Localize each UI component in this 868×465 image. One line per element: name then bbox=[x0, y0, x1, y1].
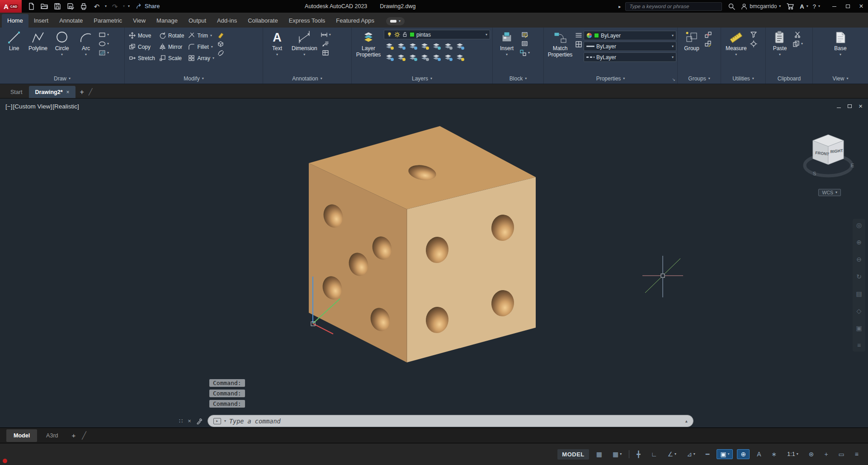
viewport-controls-menu[interactable]: [−] bbox=[5, 103, 12, 110]
help-button[interactable]: ? ▾ bbox=[813, 3, 820, 10]
lineweight-display-button[interactable]: ━ bbox=[703, 450, 712, 459]
nav-menu-icon[interactable]: ≡ bbox=[857, 342, 861, 349]
copy-button[interactable]: Copy bbox=[127, 41, 156, 52]
leader-button[interactable] bbox=[322, 40, 329, 47]
autocad-logo[interactable]: A CAD bbox=[0, 0, 22, 13]
layer-tool-icon[interactable] bbox=[454, 52, 465, 62]
arc-button[interactable]: Arc ▾ bbox=[75, 30, 97, 57]
viewport-view-menu[interactable]: [Custom View] bbox=[13, 103, 52, 110]
undo-button[interactable]: ↶ bbox=[92, 1, 102, 11]
circle-button[interactable]: Circle ▾ bbox=[51, 30, 73, 57]
object-color-dropdown[interactable]: ByLayer ▾ bbox=[584, 31, 676, 40]
undo-dropdown-caret[interactable]: ▾ bbox=[105, 5, 107, 8]
command-customize-wrench-icon[interactable] bbox=[196, 418, 203, 424]
layer-tool-icon[interactable] bbox=[384, 41, 395, 51]
define-attribute-button[interactable] bbox=[521, 40, 528, 47]
dimension-button[interactable]: Dimension ▾ bbox=[290, 30, 319, 57]
rectangle-button[interactable]: ▾ bbox=[99, 31, 109, 38]
groups-panel-label[interactable]: Groups▾ bbox=[678, 74, 721, 84]
search-input[interactable] bbox=[625, 2, 722, 11]
layer-properties-button[interactable]: Layer Properties bbox=[354, 30, 382, 59]
paste-button[interactable]: Paste ▾ bbox=[769, 30, 791, 57]
move-button[interactable]: Move bbox=[127, 30, 156, 41]
trim-button[interactable]: Trim▾ bbox=[187, 30, 216, 41]
ribbon-display-toggle[interactable]: ▾ bbox=[386, 17, 405, 25]
file-tab-overflow-icon[interactable]: ╱ bbox=[89, 88, 92, 98]
explode-button[interactable] bbox=[217, 40, 224, 47]
properties-table-button[interactable] bbox=[575, 41, 582, 48]
polar-tracking-button[interactable]: ∠▾ bbox=[664, 450, 679, 459]
layer-tool-icon[interactable] bbox=[419, 52, 430, 62]
clean-screen-button[interactable]: ▭ bbox=[835, 450, 848, 459]
ortho-mode-button[interactable]: ∟ bbox=[648, 450, 660, 459]
rotate-button[interactable]: Rotate bbox=[158, 30, 185, 41]
cart-button[interactable] bbox=[785, 1, 795, 11]
tab-parametric[interactable]: Parametric bbox=[88, 14, 127, 28]
search-expand-icon[interactable]: ▸ bbox=[618, 4, 621, 9]
layer-tool-icon[interactable] bbox=[431, 41, 442, 51]
linetype-dropdown[interactable]: ByLayer ▾ bbox=[584, 52, 676, 62]
tab-view[interactable]: View bbox=[127, 14, 151, 28]
object-snap-button[interactable]: ▣▾ bbox=[717, 449, 733, 459]
grid-display-button[interactable]: ▦ bbox=[593, 450, 605, 459]
layer-tool-icon[interactable] bbox=[384, 52, 395, 62]
layer-tool-icon[interactable] bbox=[454, 41, 465, 51]
viewcube-south-label[interactable]: S bbox=[813, 171, 816, 176]
new-file-button[interactable] bbox=[26, 1, 36, 11]
properties-panel-label[interactable]: Properties▾ bbox=[544, 74, 677, 84]
maximize-button[interactable] bbox=[841, 0, 854, 13]
customization-add-button[interactable]: + bbox=[821, 450, 831, 459]
tab-addins[interactable]: Add-ins bbox=[212, 14, 242, 28]
model-canvas[interactable] bbox=[0, 99, 868, 427]
copy-clip-button[interactable]: ▾ bbox=[793, 40, 803, 47]
block-editor-button[interactable]: ▾ bbox=[519, 49, 530, 56]
fillet-button[interactable]: Fillet▾ bbox=[187, 41, 216, 52]
clipboard-panel-label[interactable]: Clipboard bbox=[766, 74, 812, 84]
new-layout-button[interactable]: + bbox=[67, 432, 80, 439]
layer-dropdown[interactable]: pintas ▾ bbox=[384, 30, 490, 39]
layer-tool-icon[interactable] bbox=[407, 52, 418, 62]
command-expand-icon[interactable]: ▴ bbox=[685, 418, 688, 423]
tab-featured-apps[interactable]: Featured Apps bbox=[330, 14, 380, 28]
viewcube[interactable]: FRONT RIGHT S E bbox=[798, 127, 858, 195]
properties-dialog-launcher[interactable]: ↘ bbox=[672, 77, 675, 82]
nav-tool-icon[interactable]: ◇ bbox=[857, 307, 862, 315]
offset-button[interactable] bbox=[217, 49, 224, 56]
match-properties-button[interactable]: Match Properties bbox=[547, 30, 574, 59]
redo-dropdown-caret[interactable]: ▾ bbox=[123, 5, 125, 8]
close-button[interactable]: × bbox=[854, 0, 868, 13]
text-button[interactable]: A Text ▾ bbox=[266, 30, 288, 57]
redo-button[interactable]: ↷ bbox=[110, 1, 120, 11]
account-button[interactable]: bmcgarrido ▾ bbox=[741, 3, 781, 9]
mirror-button[interactable]: Mirror bbox=[158, 41, 185, 52]
ellipse-button[interactable]: ▾ bbox=[99, 40, 109, 47]
minimize-button[interactable] bbox=[827, 0, 841, 13]
tab-express-tools[interactable]: Express Tools bbox=[283, 14, 331, 28]
layer-tool-icon[interactable] bbox=[407, 41, 418, 51]
layers-panel-label[interactable]: Layers▾ bbox=[352, 74, 492, 84]
scale-button[interactable]: Scale bbox=[158, 52, 185, 64]
zoom-extents-icon[interactable]: ⊖ bbox=[856, 256, 862, 263]
command-grip-icon[interactable]: ∷ bbox=[179, 418, 183, 424]
orbit-icon[interactable]: ↻ bbox=[856, 273, 862, 280]
layer-tool-icon[interactable] bbox=[443, 41, 453, 51]
file-tab-start[interactable]: Start bbox=[5, 86, 28, 98]
workspace-settings-button[interactable]: ⊛ bbox=[806, 450, 817, 459]
new-drawing-tab-button[interactable]: + bbox=[76, 88, 88, 98]
polyline-button[interactable]: Polyline bbox=[27, 30, 49, 52]
layout-overflow-icon[interactable]: ╱ bbox=[82, 431, 86, 440]
snap-mode-button[interactable]: ▦▾ bbox=[609, 450, 625, 459]
tab-home[interactable]: Home bbox=[2, 14, 28, 28]
layer-tool-icon[interactable] bbox=[443, 52, 453, 62]
tab-manage[interactable]: Manage bbox=[151, 14, 183, 28]
file-tab-drawing2[interactable]: Drawing2* × bbox=[29, 86, 75, 98]
block-panel-label[interactable]: Block▾ bbox=[493, 74, 543, 84]
group-edit-button[interactable] bbox=[704, 40, 712, 47]
search-button[interactable] bbox=[726, 1, 736, 11]
hatch-button[interactable]: ▾ bbox=[99, 49, 109, 56]
utilities-panel-label[interactable]: Utilities▾ bbox=[721, 74, 765, 84]
insert-block-button[interactable]: Insert ▾ bbox=[495, 30, 518, 57]
base-button[interactable]: Base ▾ bbox=[829, 30, 852, 57]
draw-panel-label[interactable]: Draw▾ bbox=[0, 74, 124, 84]
array-button[interactable]: Array▾ bbox=[187, 52, 216, 64]
